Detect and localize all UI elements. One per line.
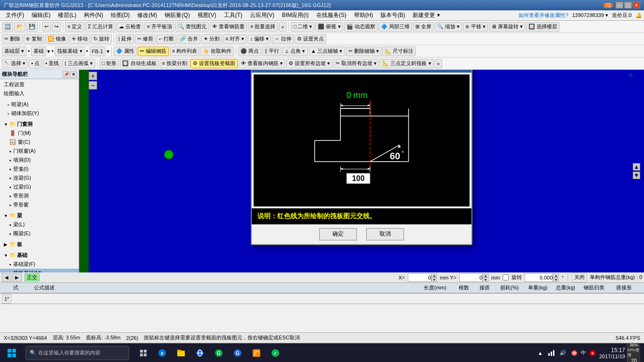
menu-rebar-qty[interactable]: 钢筋量(Q) <box>161 10 193 20</box>
taskbar-blue-app[interactable]: G <box>229 345 246 362</box>
tb-set-slope[interactable]: ⚙ 设置所有边坡 ▾ <box>286 59 332 68</box>
tb-copy[interactable]: ⊕ 复制 <box>24 34 44 44</box>
tb-level-top[interactable]: ≡ 齐平板顶 <box>144 22 174 32</box>
tb-open[interactable]: 📂 <box>14 22 25 32</box>
sidebar-item-door[interactable]: 🚪 门(M) <box>0 129 79 138</box>
sidebar-item-beam-group[interactable]: ▼ 📁 梁 <box>0 211 79 220</box>
tb-offset[interactable]: ↕ 偏移 ▾ <box>248 34 271 44</box>
tb-batch-select[interactable]: ≡ 批量选择 <box>248 22 278 32</box>
menu-draw[interactable]: 绘图(D) <box>107 10 134 20</box>
tb-comp-list[interactable]: ≡ 构件列表 <box>170 47 199 56</box>
taskbar-task-view[interactable] <box>135 345 152 362</box>
taskbar-explorer[interactable] <box>173 345 190 362</box>
tb-pan[interactable]: ⊕ 平移 ▾ <box>463 22 488 32</box>
tray-network-icon[interactable] <box>547 348 556 358</box>
tb-local-3d[interactable]: 🔷 局部三维 <box>379 22 412 32</box>
tb-find[interactable]: 🔍 查找图元 <box>175 22 209 32</box>
tb-del-aux[interactable]: ✂ 删除辅轴 ▾ <box>346 47 381 56</box>
nav-right-icon[interactable]: ▶ <box>12 273 22 282</box>
sidebar-item-strip-window[interactable]: ▪ 带形窗 <box>0 200 79 209</box>
tb-mirror[interactable]: 🔀 镜像 <box>45 34 68 44</box>
sidebar-item-raft-foundation[interactable]: ▪ 筏板基础(M) <box>0 269 79 272</box>
taskbar-edge[interactable]: e <box>154 345 171 362</box>
sidebar-item-ring-beam[interactable]: ▪ 圈梁(E) <box>0 229 79 238</box>
dialog-cancel-button[interactable]: 取消 <box>366 228 404 240</box>
tb-select[interactable]: ↖ 选择 ▾ <box>2 59 28 68</box>
tb-arc[interactable]: ( 三点画弧 ▾ <box>62 59 95 68</box>
sidebar-item-beam[interactable]: ▪ 梁(L) <box>0 220 79 229</box>
tb-zoom[interactable]: 🔍 缩放 ▾ <box>435 22 462 32</box>
tb-redo[interactable]: ↪ <box>52 22 61 32</box>
tb-top-view[interactable]: ⬛ 俯视 ▾ <box>315 22 343 32</box>
sidebar-item-window[interactable]: 🪟 窗(C) <box>0 138 79 147</box>
nav-left-icon[interactable]: ◀ <box>2 273 11 282</box>
menu-edit[interactable]: 编辑(E) <box>28 10 54 20</box>
tb-properties[interactable]: 🔷 属性 <box>114 47 137 56</box>
tb-split-beam[interactable]: ≡ 按梁分割 <box>160 59 190 68</box>
tb-undo[interactable]: ↩ <box>42 22 51 32</box>
taskbar-green-app[interactable]: G <box>210 345 227 362</box>
taskbar-orange-app[interactable]: 广 <box>248 345 265 362</box>
sidebar-item-niche[interactable]: ▪ 壁龛(I) <box>0 165 79 173</box>
menu-bim[interactable]: BIM应用(I) <box>278 10 313 20</box>
minimize-button[interactable]: ─ <box>616 2 623 8</box>
tb-split[interactable]: ✦ 分割 <box>201 34 222 44</box>
close-button[interactable]: ✕ <box>633 2 640 8</box>
menu-version[interactable]: 版本号(B) <box>377 10 409 20</box>
menu-online[interactable]: 在线服务(S) <box>313 10 350 20</box>
restore-button[interactable]: □ <box>624 2 632 8</box>
menu-component[interactable]: 构件(N) <box>80 10 107 20</box>
tb-select-floor[interactable]: 🔲 选择楼层 <box>526 22 560 32</box>
tb-new[interactable]: 🆕 <box>2 22 13 32</box>
tb-trim[interactable]: ✂ 修剪 <box>135 34 156 44</box>
taskbar-ie[interactable] <box>191 345 208 362</box>
dialog-ok-button[interactable]: 确定 <box>319 228 357 240</box>
y-input[interactable] <box>459 273 483 282</box>
help-link[interactable]: 如何查看并修改属性? <box>519 12 568 19</box>
tb-more-4[interactable]: » <box>435 59 442 68</box>
menu-help[interactable]: 帮助(H) <box>350 10 377 20</box>
tb-point-draw[interactable]: • 点 <box>29 59 42 68</box>
tab-row-1[interactable]: 1* <box>2 294 11 304</box>
tb-rotate[interactable]: ↻ 旋转 <box>91 34 112 44</box>
tb-grip[interactable]: ⚙ 设置夹点 <box>295 34 326 44</box>
tb-calc[interactable]: Σ 汇总计算 <box>85 22 116 32</box>
tb-define[interactable]: ≡ 定义 <box>65 22 84 32</box>
menu-tools[interactable]: 工具(T) <box>220 10 246 20</box>
tray-antivirus-icon[interactable]: S <box>588 348 597 358</box>
menu-file[interactable]: 文件(F) <box>2 10 28 20</box>
tb-parallel[interactable]: ∥ 平行 <box>262 47 281 56</box>
clock-display[interactable]: 15:17 2017/11/19 <box>599 347 625 359</box>
tb-two-point[interactable]: ⚫ 两点 <box>238 47 261 56</box>
tb-screen-rotate[interactable]: 🖥 屏幕旋转 ▾ <box>489 22 525 32</box>
sidebar-item-masonry-rebar[interactable]: ▪ 砌体加筋(Y) <box>0 109 79 118</box>
tb-fullscreen[interactable]: ⊞ 全屏 <box>413 22 434 32</box>
menu-modify[interactable]: 修改(M) <box>133 10 161 20</box>
sidebar-item-foundation-beam[interactable]: ▪ 基础梁(F) <box>0 260 79 269</box>
tray-arrow-icon[interactable]: ▲ <box>536 348 545 358</box>
menu-floor[interactable]: 楼层(L) <box>54 10 80 20</box>
rot-down[interactable]: ▼ <box>553 278 559 282</box>
x-down[interactable]: ▼ <box>431 278 437 282</box>
tb-delete[interactable]: ✂ 删除 <box>2 34 23 44</box>
sidebar-item-wall-hole[interactable]: ▪ 墙洞(D) <box>0 156 79 165</box>
y-down[interactable]: ▼ <box>483 278 488 282</box>
tb-merge[interactable]: 🔗 合并 <box>177 34 200 44</box>
breadcrumb-base-floor[interactable]: 基础层 ▾ <box>2 47 26 56</box>
tb-stretch[interactable]: ↔ 拉伸 <box>272 34 294 44</box>
sidebar-item-hidden-beam[interactable]: ▪ 暗梁(A) <box>0 100 79 109</box>
breadcrumb-raft[interactable]: 筏板基础 ▾ <box>55 47 84 56</box>
x-up[interactable]: ▲ <box>431 273 437 278</box>
tb-align[interactable]: ≡ 对齐 ▾ <box>223 34 247 44</box>
tb-extend[interactable]: | 延伸 <box>116 34 134 44</box>
y-up[interactable]: ▲ <box>483 273 488 278</box>
tb-view-slab-rebar[interactable]: 👁 查看板内钢筋 ▾ <box>239 59 285 68</box>
tray-volume-icon[interactable]: 🔊 <box>558 348 568 358</box>
breadcrumb-fb1[interactable]: FB-1 <box>90 47 106 56</box>
tb-more[interactable]: » <box>279 22 287 32</box>
rotate-input[interactable] <box>525 273 553 282</box>
sidebar-pin[interactable]: 📌 <box>63 71 69 78</box>
tb-view-rebar[interactable]: 👁 查看钢筋量 <box>210 22 247 32</box>
tb-break[interactable]: ⌐ 打断 <box>157 34 176 44</box>
bell-icon[interactable]: 🔔 <box>636 12 642 18</box>
